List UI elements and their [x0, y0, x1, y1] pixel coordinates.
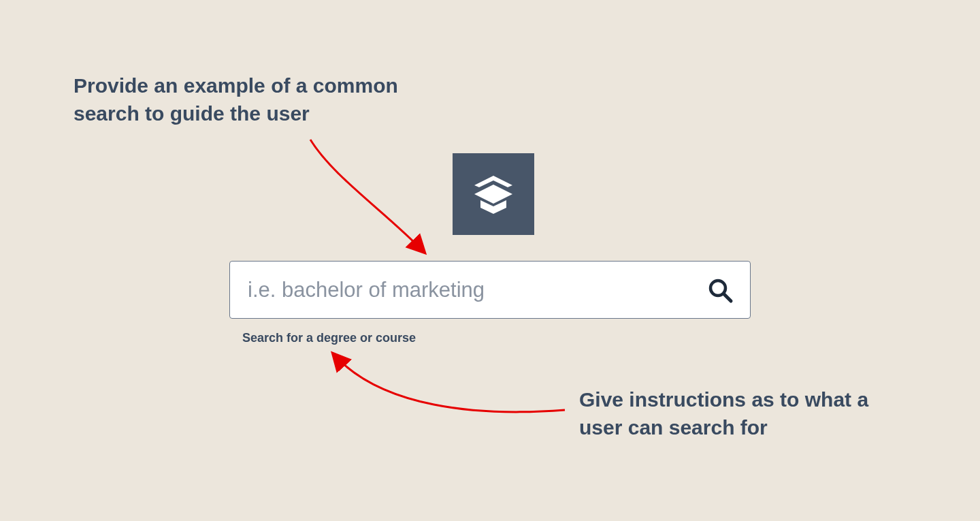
search-button[interactable]	[706, 277, 734, 304]
annotation-bottom: Give instructions as to what a user can …	[579, 385, 913, 442]
search-bar	[229, 261, 751, 319]
annotation-top: Provide an example of a common search to…	[74, 72, 455, 128]
svg-line-1	[724, 294, 732, 301]
search-helper-text: Search for a degree or course	[242, 331, 416, 345]
search-input[interactable]	[246, 277, 698, 303]
search-icon	[706, 277, 734, 304]
app-logo-tile	[453, 153, 534, 235]
graduation-cap-icon	[468, 168, 519, 220]
